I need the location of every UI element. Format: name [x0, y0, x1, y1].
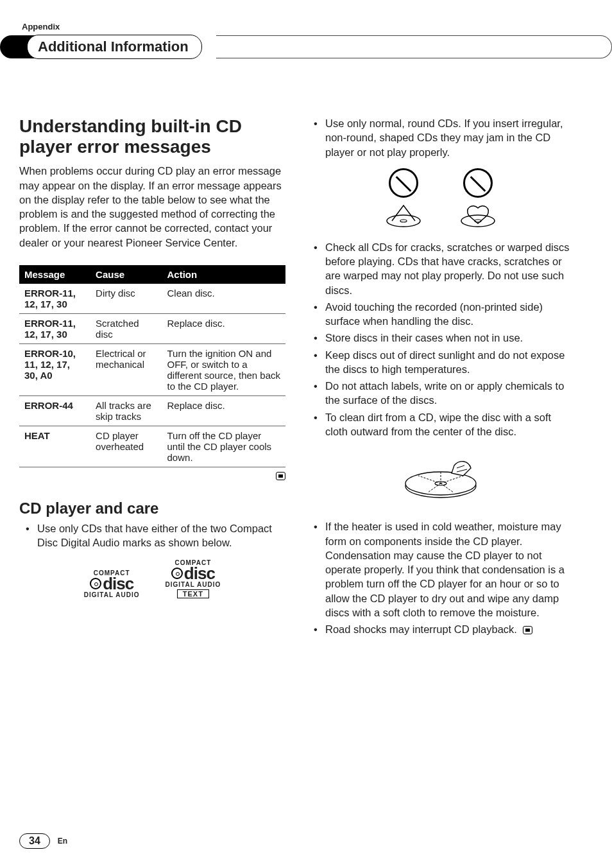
- cell-message: ERROR-44: [19, 395, 90, 426]
- list-item: Keep discs out of direct sunlight and do…: [307, 348, 574, 377]
- table-row: ERROR-10, 11, 12, 17, 30, A0 Electrical …: [19, 343, 285, 395]
- th-action: Action: [162, 265, 285, 284]
- section-end-icon: [276, 472, 285, 480]
- list-item: Avoid touching the recorded (non-printed…: [307, 300, 574, 329]
- section-end-mark-container: [19, 470, 285, 482]
- cd-logo-illustration: COMPACT disc DIGITAL AUDIO COMPACT disc …: [19, 559, 285, 598]
- list-item: To clean dirt from a CD, wipe the disc w…: [307, 410, 574, 439]
- error-table: Message Cause Action ERROR-11, 12, 17, 3…: [19, 265, 285, 467]
- cell-message: ERROR-10, 11, 12, 17, 30, A0: [19, 343, 90, 395]
- svg-point-3: [475, 220, 481, 222]
- page-footer: 34 En: [19, 833, 67, 849]
- cell-action: Clean disc.: [162, 284, 285, 314]
- cell-cause: Dirty disc: [90, 284, 162, 314]
- disc-cleaning-illustration: [307, 447, 574, 505]
- svg-point-2: [461, 215, 495, 227]
- th-message: Message: [19, 265, 90, 284]
- logo-digital-label: DIGITAL AUDIO: [166, 581, 221, 588]
- cell-cause: All tracks are skip tracks: [90, 395, 162, 426]
- irregular-disc-illustration: [307, 168, 574, 227]
- cell-action: Turn the ignition ON and OFF, or switch …: [162, 343, 285, 395]
- list-item: Road shocks may interrupt CD playback.: [307, 622, 574, 636]
- compact-disc-text-logo-icon: COMPACT disc DIGITAL AUDIO TEXT: [166, 559, 221, 598]
- cell-cause: Scratched disc: [90, 313, 162, 343]
- appendix-label: Appendix: [22, 22, 574, 31]
- logo-text-label: TEXT: [177, 589, 209, 598]
- table-row: ERROR-11, 12, 17, 30 Scratched disc Repl…: [19, 313, 285, 343]
- page-number: 34: [19, 833, 50, 849]
- cell-action: Replace disc.: [162, 313, 285, 343]
- language-label: En: [58, 837, 67, 846]
- cell-action: Replace disc.: [162, 395, 285, 426]
- list-item: Use only normal, round CDs. If you inser…: [307, 116, 574, 159]
- section-end-icon: [523, 626, 532, 634]
- section-title-pill: Additional Information: [27, 35, 202, 59]
- cell-cause: CD player overheated: [90, 426, 162, 467]
- list-item: Do not attach labels, write on or apply …: [307, 379, 574, 408]
- prohibit-icon: [463, 168, 493, 198]
- table-row: HEAT CD player overheated Turn off the C…: [19, 426, 285, 467]
- list-item: Check all CDs for cracks, scratches or w…: [307, 240, 574, 297]
- th-cause: Cause: [90, 265, 162, 284]
- list-item: If the heater is used in cold weather, m…: [307, 519, 574, 620]
- cell-cause: Electrical or mechanical: [90, 343, 162, 395]
- heart-disc-icon: [460, 202, 496, 227]
- svg-point-0: [387, 215, 420, 227]
- list-item-text: Road shocks may interrupt CD playback.: [325, 623, 517, 635]
- intro-paragraph: When problems occur during CD play an er…: [19, 164, 285, 250]
- heading-cd-care: CD player and care: [19, 499, 285, 517]
- header-empty-pill: [216, 35, 612, 58]
- triangle-disc-icon: [386, 202, 421, 227]
- left-column: Understanding built-in CD player error m…: [19, 116, 285, 639]
- svg-point-1: [400, 220, 407, 222]
- heading-error-messages: Understanding built-in CD player error m…: [19, 116, 285, 157]
- cell-message: ERROR-11, 12, 17, 30: [19, 313, 90, 343]
- cell-action: Turn off the CD player until the CD play…: [162, 426, 285, 467]
- header-bar: Additional Information: [19, 35, 574, 58]
- prohibit-icon: [389, 168, 418, 198]
- cell-message: ERROR-11, 12, 17, 30: [19, 284, 90, 314]
- table-row: ERROR-44 All tracks are skip tracks Repl…: [19, 395, 285, 426]
- list-item: Store discs in their cases when not in u…: [307, 331, 574, 345]
- right-column: Use only normal, round CDs. If you inser…: [307, 116, 574, 639]
- cell-message: HEAT: [19, 426, 90, 467]
- table-row: ERROR-11, 12, 17, 30 Dirty disc Clean di…: [19, 284, 285, 314]
- logo-digital-label: DIGITAL AUDIO: [84, 591, 140, 598]
- list-item: Use only CDs that have either of the two…: [19, 521, 285, 550]
- compact-disc-logo-icon: COMPACT disc DIGITAL AUDIO: [84, 569, 140, 598]
